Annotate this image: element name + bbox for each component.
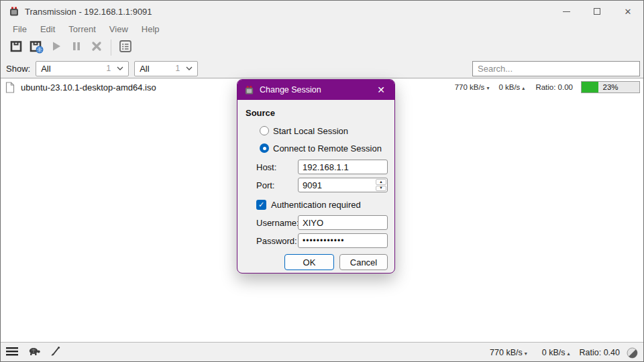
username-label: Username: <box>256 218 298 228</box>
spin-down-icon: ▼ <box>379 186 382 190</box>
radio-remote-label: Connect to Remote Session <box>273 143 382 154</box>
chevron-down-icon <box>186 66 193 70</box>
close-icon: ✕ <box>377 84 385 95</box>
toolbar-separator <box>111 40 111 56</box>
authentication-required-checkbox-row[interactable]: ✓ Authentication required <box>256 199 388 210</box>
close-icon: ✕ <box>625 7 632 16</box>
check-icon: ✓ <box>258 200 264 209</box>
total-upload-speed: 0 kB/s <box>542 348 566 357</box>
open-torrent-options-button[interactable] <box>26 38 46 57</box>
menu-view[interactable]: View <box>103 22 135 36</box>
radio-start-local-session[interactable]: Start Local Session <box>260 125 388 136</box>
torrent-progress-bar: 23% <box>581 81 640 93</box>
menu-help[interactable]: Help <box>135 22 166 36</box>
ratio-mode-button[interactable] <box>50 346 61 359</box>
tracker-filter-count: 1 <box>175 64 180 73</box>
start-torrent-button[interactable] <box>46 38 66 57</box>
source-heading: Source <box>246 108 388 118</box>
username-input[interactable] <box>298 215 388 230</box>
torrent-stats: 770 kB/s ▾ 0 kB/s ▴ Ratio: 0.00 23% <box>455 81 640 93</box>
chevron-down-icon <box>117 66 123 70</box>
minimize-icon <box>563 11 570 12</box>
transmission-window: Transmission - 192.168.1.1:9091 ✕ File E… <box>0 0 644 362</box>
close-button[interactable]: ✕ <box>612 1 643 22</box>
radio-local-label: Start Local Session <box>273 126 348 136</box>
password-input[interactable] <box>298 233 388 248</box>
upload-arrow-icon: ▴ <box>568 351 570 357</box>
torrent-list: ubuntu-23.10.1-desktop-amd64.iso 770 kB/… <box>1 78 643 342</box>
toolbar <box>1 36 643 59</box>
spin-down-button[interactable]: ▼ <box>376 186 386 192</box>
show-label: Show: <box>6 64 30 74</box>
transmission-logo-icon <box>9 6 19 17</box>
status-filter-count: 1 <box>106 64 111 73</box>
download-arrow-icon: ▾ <box>525 351 527 357</box>
dialog-title: Change Session <box>260 85 321 95</box>
radio-unchecked-icon[interactable] <box>260 126 269 135</box>
port-input[interactable] <box>298 178 388 192</box>
change-session-dialog: Change Session ✕ Source Start Local Sess… <box>237 79 395 274</box>
open-torrent-icon <box>9 39 23 56</box>
menu-edit[interactable]: Edit <box>34 22 62 36</box>
ok-button[interactable]: OK <box>284 254 334 270</box>
open-torrent-options-icon <box>28 39 44 56</box>
torrent-name: ubuntu-23.10.1-desktop-amd64.iso <box>21 82 156 93</box>
turtle-speed-limit-icon <box>28 347 41 359</box>
ratio-brush-icon <box>50 346 61 359</box>
checkbox-checked-icon[interactable]: ✓ <box>256 200 266 210</box>
total-download-speed: 770 kB/s <box>490 348 523 357</box>
auth-label: Authentication required <box>271 200 361 210</box>
open-torrent-button[interactable] <box>6 38 26 57</box>
hamburger-menu-icon <box>6 347 18 359</box>
pause-torrent-button[interactable] <box>66 38 87 57</box>
dialog-buttons: OK Cancel <box>246 254 388 270</box>
download-arrow-icon: ▾ <box>486 85 489 91</box>
remove-torrent-icon <box>91 41 102 54</box>
maximize-button[interactable] <box>582 1 612 22</box>
tracker-filter-dropdown[interactable]: All 1 <box>134 61 198 76</box>
menu-torrent[interactable]: Torrent <box>62 22 102 36</box>
remove-torrent-button[interactable] <box>87 38 107 57</box>
search-input[interactable] <box>472 61 640 76</box>
status-filter-value: All <box>41 64 50 74</box>
torrent-properties-icon <box>118 39 133 56</box>
password-row: Password: <box>256 233 388 248</box>
start-torrent-icon <box>50 40 62 55</box>
spin-up-icon: ▲ <box>379 180 382 184</box>
dialog-title-bar[interactable]: Change Session ✕ <box>237 80 394 100</box>
host-row: Host: <box>256 160 388 174</box>
menu-file[interactable]: File <box>6 22 34 36</box>
host-input[interactable] <box>298 160 388 174</box>
port-row: Port: ▲ ▼ <box>256 178 388 192</box>
total-ratio: Ratio: 0.40 <box>580 348 620 357</box>
upload-arrow-icon: ▴ <box>522 85 525 91</box>
pie-stats-icon <box>627 347 638 359</box>
progress-percent: 23% <box>582 82 639 93</box>
torrent-properties-button[interactable] <box>115 38 136 57</box>
username-row: Username: <box>256 215 388 230</box>
port-label: Port: <box>256 180 298 190</box>
pause-torrent-icon <box>71 41 82 54</box>
host-label: Host: <box>256 162 298 172</box>
torrent-ratio: Ratio: 0.00 <box>535 83 573 91</box>
radio-connect-remote-session[interactable]: Connect to Remote Session <box>260 143 388 154</box>
filter-bar: Show: All 1 All 1 <box>1 59 643 78</box>
status-bar: 770 kB/s ▾ 0 kB/s ▴ Ratio: 0.40 <box>1 342 643 362</box>
password-label: Password: <box>256 236 298 246</box>
file-icon <box>5 82 15 93</box>
transmission-logo-icon <box>244 85 254 95</box>
options-menu-button[interactable] <box>6 347 18 359</box>
dialog-close-button[interactable]: ✕ <box>374 84 388 96</box>
radio-checked-icon[interactable] <box>260 143 269 153</box>
minimize-button[interactable] <box>551 1 582 22</box>
window-title: Transmission - 192.168.1.1:9091 <box>25 7 152 17</box>
status-totals: 770 kB/s ▾ 0 kB/s ▴ Ratio: 0.40 <box>490 347 638 359</box>
port-spinner: ▲ ▼ <box>376 179 386 191</box>
cancel-button[interactable]: Cancel <box>339 254 388 270</box>
spin-up-button[interactable]: ▲ <box>376 179 386 185</box>
tracker-filter-value: All <box>140 64 149 74</box>
torrent-upload-speed: 0 kB/s <box>498 83 520 91</box>
status-filter-dropdown[interactable]: All 1 <box>36 61 129 76</box>
title-bar[interactable]: Transmission - 192.168.1.1:9091 ✕ <box>1 1 643 22</box>
alt-speed-toggle-button[interactable] <box>28 347 41 359</box>
